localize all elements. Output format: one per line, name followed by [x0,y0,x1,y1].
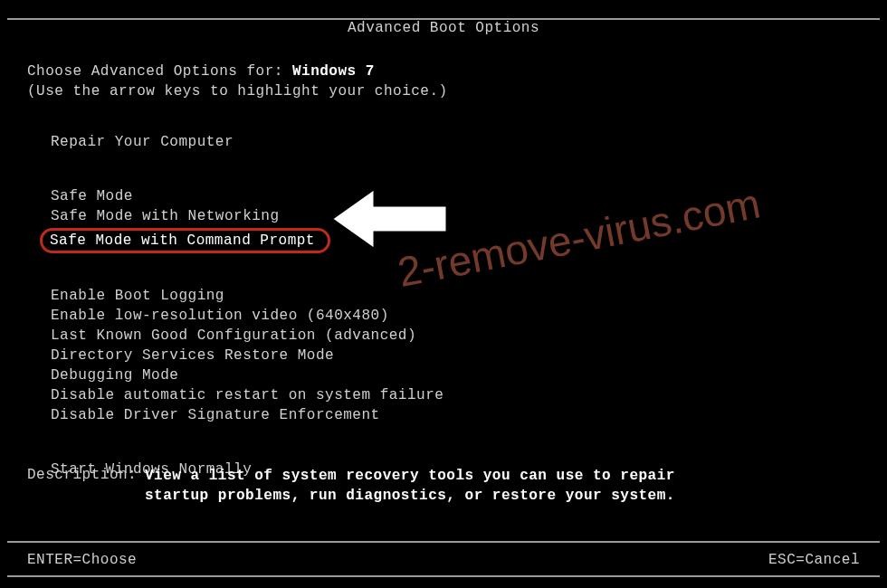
menu-group: Safe ModeSafe Mode with NetworkingSafe M… [47,188,860,257]
prompt-prefix: Choose Advanced Options for: [27,63,283,80]
prompt-line: Choose Advanced Options for: Windows 7 [27,63,860,80]
menu-option[interactable]: Debugging Mode [47,367,182,384]
menu-option[interactable]: Disable Driver Signature Enforcement [47,407,384,423]
description-label: Description: [27,467,145,506]
os-name: Windows 7 [292,63,375,80]
footer-esc[interactable]: ESC=Cancel [768,552,860,568]
rule-bottom [7,575,880,577]
page-title: Advanced Boot Options [0,20,887,36]
menu-option[interactable]: Repair Your Computer [47,134,237,150]
menu-option[interactable]: Safe Mode with Command Prompt [40,228,330,253]
description-block: Description: View a list of system recov… [27,467,860,506]
menu-option[interactable]: Disable automatic restart on system fail… [47,387,447,403]
menu-groups: Repair Your ComputerSafe ModeSafe Mode w… [27,134,860,481]
footer-bar: ENTER=Choose ESC=Cancel [27,552,860,568]
content-area: Choose Advanced Options for: Windows 7 (… [27,63,860,481]
rule-footer-top [7,541,880,543]
menu-option[interactable]: Enable low-resolution video (640x480) [47,308,393,324]
menu-option[interactable]: Safe Mode [47,188,137,204]
description-text: View a list of system recovery tools you… [145,467,675,506]
prompt-hint: (Use the arrow keys to highlight your ch… [27,83,860,100]
footer-enter[interactable]: ENTER=Choose [27,552,137,568]
menu-group: Repair Your Computer [47,134,860,154]
menu-option[interactable]: Enable Boot Logging [47,288,228,304]
menu-option[interactable]: Last Known Good Configuration (advanced) [47,327,420,344]
menu-option[interactable]: Safe Mode with Networking [47,208,283,224]
menu-option[interactable]: Directory Services Restore Mode [47,347,338,364]
menu-group: Enable Boot LoggingEnable low-resolution… [47,288,860,427]
